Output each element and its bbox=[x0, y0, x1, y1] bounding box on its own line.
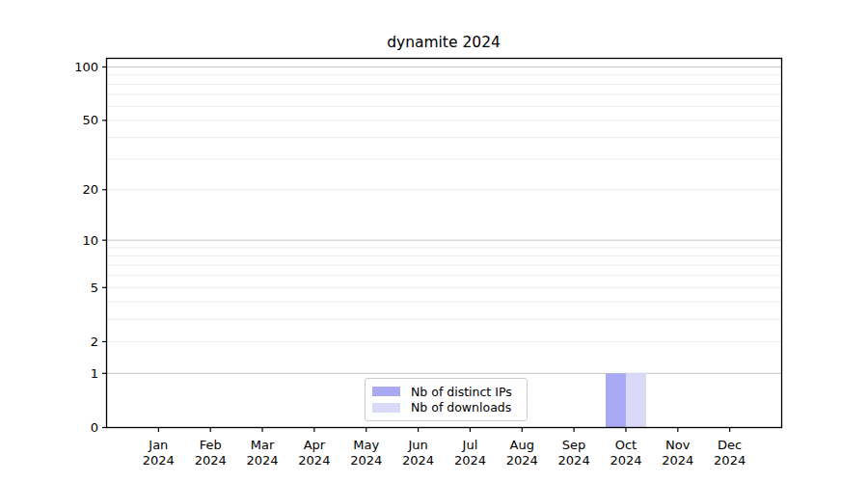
x-tick-label-month: Apr bbox=[304, 438, 326, 452]
chart-figure: dynamite 2024 0125102050100Jan2024Feb202… bbox=[0, 0, 868, 482]
y-tick-label: 1 bbox=[91, 366, 98, 381]
y-tick-label: 2 bbox=[91, 335, 98, 349]
bar-downloads bbox=[626, 373, 646, 427]
x-tick-label-year: 2024 bbox=[350, 453, 382, 468]
y-tick-label: 20 bbox=[82, 182, 98, 197]
y-tick-label: 100 bbox=[74, 60, 98, 74]
y-tick-label: 5 bbox=[91, 281, 98, 295]
x-tick-label-month: Jun bbox=[407, 438, 427, 452]
x-tick-label-month: Oct bbox=[615, 438, 637, 452]
x-tick-label-year: 2024 bbox=[298, 453, 330, 468]
x-tick-label-month: Dec bbox=[718, 438, 742, 452]
x-tick-label-month: Sep bbox=[562, 438, 586, 452]
x-tick-label-year: 2024 bbox=[662, 453, 693, 468]
x-tick-label-month: Mar bbox=[251, 438, 275, 452]
x-tick-label-year: 2024 bbox=[506, 453, 538, 468]
legend-item-distinct-ips: Nb of distinct IPs bbox=[372, 385, 520, 399]
x-tick-label-year: 2024 bbox=[454, 453, 486, 468]
legend-item-downloads: Nb of downloads bbox=[372, 400, 520, 415]
legend-swatch-distinct-ips bbox=[372, 387, 400, 396]
bar-distinct-ips bbox=[606, 373, 626, 427]
x-tick-label-year: 2024 bbox=[558, 453, 590, 468]
y-tick-label: 10 bbox=[82, 233, 98, 248]
x-tick-label-month: Feb bbox=[200, 438, 222, 452]
x-tick-label-month: Nov bbox=[665, 438, 691, 452]
x-tick-label-year: 2024 bbox=[195, 453, 227, 468]
x-tick-label-year: 2024 bbox=[402, 453, 434, 468]
x-tick-label-month: May bbox=[353, 438, 379, 452]
x-tick-label-month: Jan bbox=[148, 438, 168, 452]
x-tick-label-month: Jul bbox=[462, 438, 478, 452]
x-tick-label-month: Aug bbox=[510, 438, 534, 452]
legend: Nb of distinct IPs Nb of downloads bbox=[365, 378, 528, 421]
x-tick-label-year: 2024 bbox=[610, 453, 641, 468]
plot-border bbox=[107, 59, 782, 428]
x-tick-label-year: 2024 bbox=[246, 453, 278, 468]
x-tick-label-year: 2024 bbox=[714, 453, 746, 468]
legend-label-downloads: Nb of downloads bbox=[411, 400, 511, 415]
y-tick-label: 50 bbox=[82, 113, 98, 127]
legend-swatch-downloads bbox=[372, 403, 400, 413]
legend-label-distinct-ips: Nb of distinct IPs bbox=[411, 385, 512, 399]
x-tick-label-year: 2024 bbox=[143, 453, 175, 468]
y-tick-label: 0 bbox=[91, 420, 98, 435]
